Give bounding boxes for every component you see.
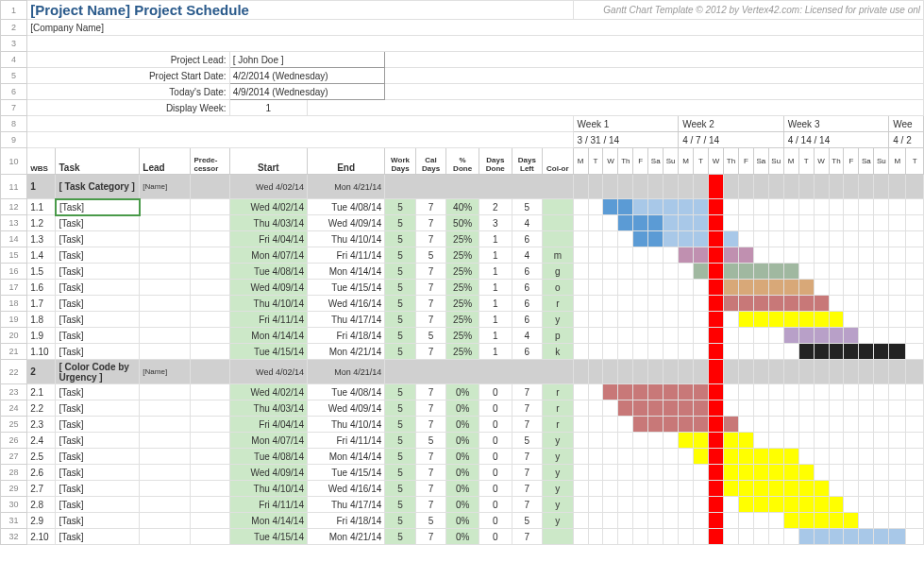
row-number[interactable]: 24 — [1, 400, 27, 417]
cat-end[interactable]: Mon 4/21/14 — [307, 360, 384, 384]
company-name[interactable]: [Company Name] — [27, 20, 924, 36]
row-number[interactable]: 21 — [1, 344, 27, 360]
row-number[interactable]: 1 — [1, 1, 27, 20]
col-wbs[interactable]: WBS — [27, 148, 56, 175]
cell[interactable] — [191, 465, 229, 481]
cell[interactable] — [543, 215, 574, 231]
cell[interactable]: 0% — [446, 529, 479, 545]
table-row[interactable]: 282.6[Task]Wed 4/09/14Tue 4/15/14570%07y — [1, 465, 924, 481]
cell[interactable]: [Task] — [56, 449, 140, 465]
col-pctdone[interactable]: % Done — [446, 148, 479, 175]
row-number[interactable]: 23 — [1, 384, 27, 400]
cat-wbs[interactable]: 2 — [27, 360, 56, 384]
cell[interactable]: Wed 4/16/14 — [307, 481, 384, 497]
cell[interactable]: 7 — [415, 417, 446, 433]
cell[interactable] — [191, 344, 229, 360]
cell[interactable] — [191, 247, 229, 264]
cell[interactable]: Thu 4/03/14 — [229, 215, 307, 231]
cell[interactable]: 40% — [446, 199, 479, 215]
cell[interactable]: Thu 4/03/14 — [229, 400, 307, 417]
col-pred[interactable]: Prede-cessor — [191, 148, 229, 175]
cell[interactable]: 6 — [512, 280, 543, 296]
cat-lead[interactable]: [Name] — [140, 360, 191, 384]
cell[interactable]: 2.10 — [27, 529, 56, 545]
cell[interactable]: 25% — [446, 344, 479, 360]
row-number[interactable]: 30 — [1, 497, 27, 513]
cell[interactable]: 2 — [479, 199, 512, 215]
cell[interactable]: y — [543, 497, 574, 513]
cell[interactable]: 5 — [385, 433, 416, 449]
cell[interactable]: Thu 4/10/14 — [229, 481, 307, 497]
cell[interactable]: 0 — [479, 417, 512, 433]
cell[interactable] — [140, 513, 191, 529]
cell[interactable]: Wed 4/09/14 — [307, 215, 384, 231]
row-number[interactable]: 19 — [1, 312, 27, 328]
cell[interactable] — [191, 199, 229, 215]
table-row[interactable]: 191.8[Task]Fri 4/11/14Thu 4/17/145725%16… — [1, 312, 924, 328]
cell[interactable]: 50% — [446, 215, 479, 231]
cell[interactable]: 6 — [512, 264, 543, 280]
cell[interactable]: Fri 4/11/14 — [229, 497, 307, 513]
cell[interactable]: 5 — [385, 513, 416, 529]
cell[interactable]: 25% — [446, 312, 479, 328]
cell[interactable]: 7 — [512, 529, 543, 545]
cell[interactable]: Mon 4/21/14 — [307, 529, 384, 545]
cell[interactable]: [Task] — [56, 400, 140, 417]
cell[interactable]: r — [543, 384, 574, 400]
row-number[interactable]: 25 — [1, 417, 27, 433]
cell[interactable]: 7 — [415, 264, 446, 280]
cell[interactable]: [Task] — [56, 433, 140, 449]
cell[interactable] — [543, 231, 574, 247]
col-caldays[interactable]: Cal Days — [415, 148, 446, 175]
cell[interactable] — [191, 417, 229, 433]
cell[interactable] — [140, 449, 191, 465]
cell[interactable]: 2.9 — [27, 513, 56, 529]
row-number[interactable]: 17 — [1, 280, 27, 296]
row-number[interactable]: 29 — [1, 481, 27, 497]
cell[interactable]: 5 — [385, 199, 416, 215]
row-number[interactable]: 8 — [1, 116, 27, 132]
cell[interactable]: 2.5 — [27, 449, 56, 465]
cell[interactable]: 2.1 — [27, 384, 56, 400]
cell[interactable]: 1.1 — [27, 199, 56, 215]
cat-lead[interactable]: [Name] — [140, 175, 191, 199]
cell[interactable]: Thu 4/10/14 — [307, 231, 384, 247]
cell[interactable]: 1.9 — [27, 328, 56, 344]
cell[interactable]: y — [543, 449, 574, 465]
cell[interactable]: 2.3 — [27, 417, 56, 433]
cell[interactable] — [191, 280, 229, 296]
cell[interactable] — [140, 433, 191, 449]
cell[interactable] — [543, 199, 574, 215]
today-value[interactable]: 4/9/2014 (Wednesday) — [229, 84, 385, 100]
cell[interactable]: Wed 4/09/14 — [229, 465, 307, 481]
cell[interactable]: 5 — [512, 433, 543, 449]
cell[interactable]: 7 — [415, 296, 446, 312]
row-number[interactable]: 18 — [1, 296, 27, 312]
row-number[interactable]: 12 — [1, 199, 27, 215]
cell[interactable]: 5 — [415, 247, 446, 264]
cell[interactable]: 1 — [479, 231, 512, 247]
cell[interactable]: 1.10 — [27, 344, 56, 360]
cell[interactable]: 5 — [385, 497, 416, 513]
cell[interactable]: 1.8 — [27, 312, 56, 328]
cell[interactable]: 0 — [479, 400, 512, 417]
row-number[interactable]: 9 — [1, 132, 27, 148]
cell[interactable] — [191, 513, 229, 529]
cell[interactable] — [191, 400, 229, 417]
table-row[interactable]: 121.1[Task]Wed 4/02/14Tue 4/08/145740%25 — [1, 199, 924, 215]
cell[interactable]: 0 — [479, 513, 512, 529]
cell[interactable] — [543, 529, 574, 545]
cell[interactable]: [Task] — [56, 384, 140, 400]
cell[interactable]: r — [543, 400, 574, 417]
cell[interactable]: 5 — [415, 513, 446, 529]
cell[interactable]: 7 — [512, 417, 543, 433]
cell[interactable]: 2.6 — [27, 465, 56, 481]
table-row[interactable]: 302.8[Task]Fri 4/11/14Thu 4/17/14570%07y — [1, 497, 924, 513]
cell[interactable] — [140, 481, 191, 497]
row-number[interactable]: 4 — [1, 52, 27, 68]
cell[interactable] — [140, 280, 191, 296]
cell[interactable]: [Task] — [56, 344, 140, 360]
cell[interactable]: 0% — [446, 465, 479, 481]
cell[interactable]: Mon 4/14/14 — [307, 264, 384, 280]
cell[interactable]: y — [543, 513, 574, 529]
